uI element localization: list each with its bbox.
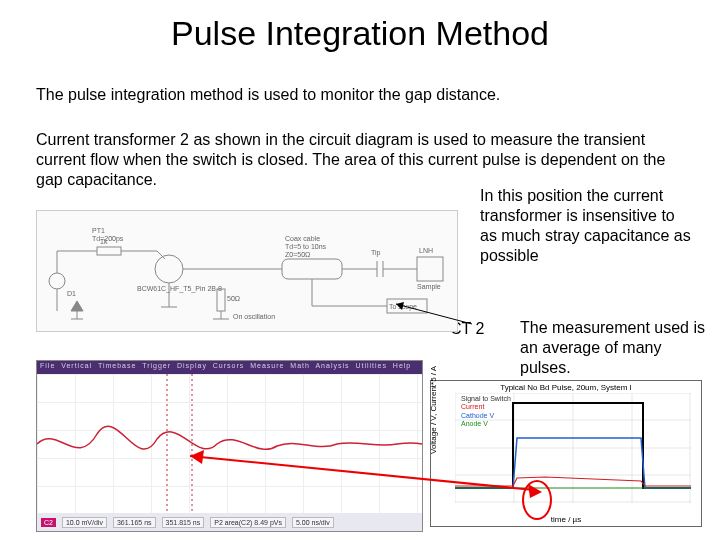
circuit-label-coax-td: Td=5 to 10ns <box>285 243 327 250</box>
circuit-label-lnh: LNH <box>419 247 433 254</box>
circuit-label-osc: On oscillation <box>233 313 275 320</box>
svg-point-9 <box>155 255 183 283</box>
plot2-title: Typical No Bd Pulse, 20um, System I <box>431 381 701 392</box>
scope-footer: C2 10.0 mV/div 361.165 ns 351.815 ns P2 … <box>37 513 422 531</box>
slide-title: Pulse Integration Method <box>0 14 720 53</box>
svg-line-40 <box>190 456 534 490</box>
red-callout-arrow <box>190 448 550 508</box>
scope-menubar: File Vertical Timebase Trigger Display C… <box>37 361 422 375</box>
circuit-label-sample: Sample <box>417 283 441 291</box>
svg-line-26 <box>396 304 472 324</box>
circuit-label-coax-z: Z0=50Ω <box>285 251 310 258</box>
svg-rect-22 <box>417 257 443 281</box>
paragraph-position-note: In this position the current transformer… <box>480 186 695 266</box>
plot2-ylabel: Voltage / V, Current*5 / A <box>429 365 438 453</box>
svg-rect-4 <box>97 247 121 255</box>
circuit-label-rin: 1k <box>100 238 108 245</box>
svg-marker-6 <box>71 301 83 311</box>
plot2-legend: Signal to Switch Current Cathode V Anode… <box>461 395 511 429</box>
circuit-label-pt1: PT1 <box>92 227 105 234</box>
circuit-label-coax: Coax cable <box>285 235 320 242</box>
circuit-label-d1: D1 <box>67 290 76 297</box>
svg-point-0 <box>49 273 65 289</box>
circuit-label-rterm: 50Ω <box>227 295 240 302</box>
svg-rect-14 <box>217 289 225 311</box>
red-highlight-ellipse <box>522 480 552 520</box>
paragraph-intro: The pulse integration method is used to … <box>36 85 684 105</box>
circuit-label-bjt: BCW61C_HF_T5_Pin 2B 8 <box>137 285 222 293</box>
svg-marker-42 <box>190 450 204 464</box>
paragraph-averaging-note: The measurement used is an average of ma… <box>520 318 710 378</box>
circuit-label-pt1-val: Td=200ps <box>92 235 124 243</box>
scope-channel-chip: C2 <box>41 518 56 527</box>
plot2-xlabel: time / µs <box>431 515 701 524</box>
paragraph-ct2-desc: Current transformer 2 as shown in the ci… <box>36 130 684 190</box>
arrow-ct2 <box>392 300 484 330</box>
svg-rect-17 <box>282 259 342 279</box>
circuit-label-tip: Tip <box>371 249 381 257</box>
svg-marker-27 <box>396 302 404 310</box>
